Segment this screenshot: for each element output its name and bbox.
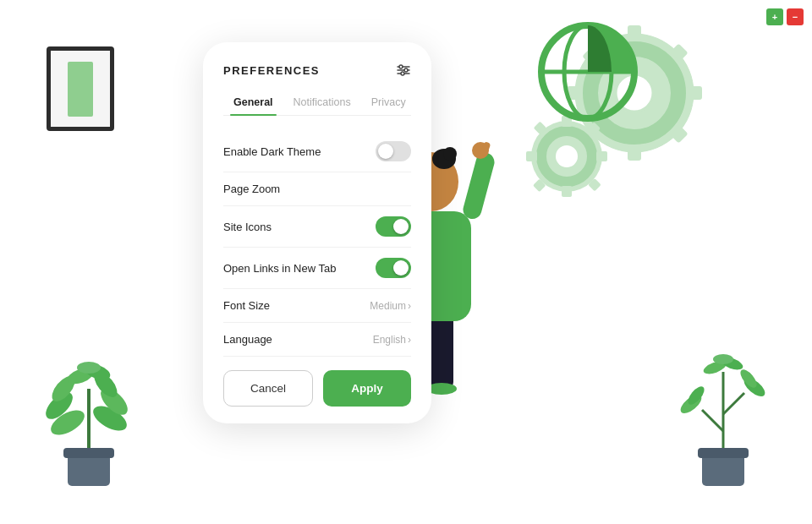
setting-site-icons: Site Icons [223,206,411,248]
svg-rect-54 [461,151,497,221]
setting-dark-theme: Enable Dark Theme [223,131,411,172]
decorative-frame [47,46,114,131]
font-size-label: Font Size [223,299,270,312]
svg-line-18 [723,393,744,414]
filter-icon [396,63,411,78]
svg-rect-13 [698,448,749,458]
setting-language: Language English › [223,323,411,357]
card-header: PREFERENCES [223,63,411,78]
tab-notifications[interactable]: Notifications [283,91,361,115]
card-title: PREFERENCES [223,64,320,77]
tabs-bar: General Notifications Privacy [223,91,411,116]
svg-point-23 [713,354,733,364]
add-button[interactable]: + [766,8,783,25]
globe-decoration [533,17,643,130]
svg-rect-50 [430,313,453,389]
svg-rect-28 [628,145,641,161]
open-links-label: Open Links in New Tab [223,262,336,275]
svg-line-15 [702,410,723,431]
svg-rect-41 [596,151,607,161]
toggle-knob-2 [393,219,409,234]
site-icons-toggle[interactable] [376,216,411,237]
svg-point-68 [401,72,404,75]
svg-point-37 [556,145,578,167]
font-size-value[interactable]: Medium › [370,300,411,312]
toggle-knob-3 [393,260,409,276]
preferences-card: PREFERENCES General Notifications Privac… [203,42,431,423]
svg-point-67 [404,68,408,72]
right-plant [672,321,774,490]
language-value[interactable]: English › [373,334,411,346]
cancel-button[interactable]: Cancel [223,370,313,407]
svg-rect-30 [687,86,702,100]
apply-button[interactable]: Apply [323,370,411,407]
tab-privacy[interactable]: Privacy [361,91,416,115]
svg-point-11 [77,362,101,374]
setting-font-size: Font Size Medium › [223,289,411,323]
svg-rect-39 [562,186,572,197]
language-chevron: › [408,334,411,346]
toggle-knob [378,144,393,159]
setting-page-zoom: Page Zoom [223,172,411,206]
frame-inner [68,62,93,117]
card-actions: Cancel Apply [223,370,411,407]
corner-buttons: + − [766,8,804,25]
tab-general[interactable]: General [223,91,283,115]
page-zoom-label: Page Zoom [223,183,280,195]
remove-button[interactable]: − [787,8,804,25]
dark-theme-toggle[interactable] [376,141,411,161]
setting-open-links: Open Links in New Tab [223,248,411,289]
left-plant [38,321,140,490]
language-label: Language [223,333,272,346]
font-size-chevron: › [408,300,411,312]
site-icons-label: Site Icons [223,221,272,233]
svg-rect-1 [63,448,114,458]
svg-point-60 [443,147,457,161]
open-links-toggle[interactable] [376,258,411,278]
svg-point-66 [399,65,403,68]
dark-theme-label: Enable Dark Theme [223,145,321,158]
svg-rect-40 [526,151,537,161]
